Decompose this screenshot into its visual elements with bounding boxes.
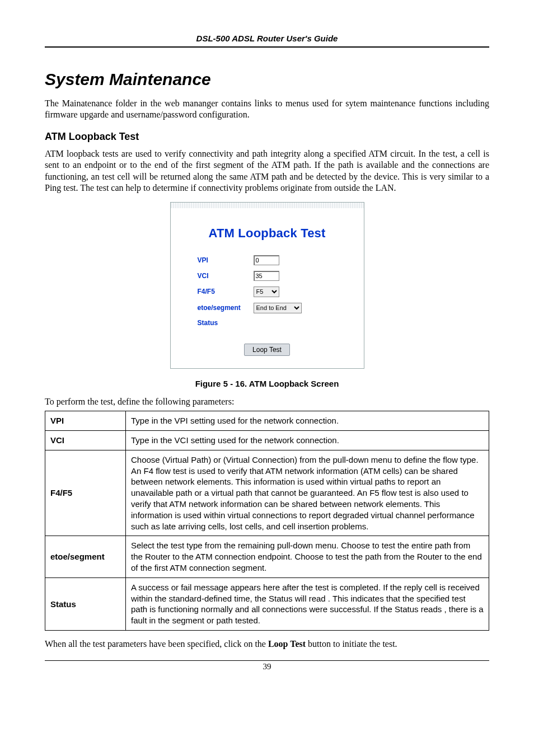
post-table-pre: When all the test parameters have been s… [45,639,268,649]
table-row: etoe/segment Select the test type from t… [45,536,489,577]
f4f5-select[interactable]: F5 [254,287,279,297]
vci-row: VCI [198,271,348,281]
post-table-bold: Loop Test [268,639,306,649]
etoe-key: etoe/segment [45,536,126,577]
vci-desc: Type in the VCI setting used for the net… [126,431,489,450]
status-label: Status [198,319,254,327]
footer-rule [45,660,489,661]
vci-input[interactable] [254,271,279,281]
subsection-paragraph: ATM loopback tests are used to verify co… [45,148,489,194]
button-row: Loop Test [186,344,348,356]
vci-key: VCI [45,431,126,450]
parameters-table: VPI Type in the VPI setting used for the… [45,411,489,631]
running-header: DSL-500 ADSL Router User's Guide [45,34,489,46]
vpi-label: VPI [198,256,254,264]
page-number: 39 [45,662,489,672]
vpi-key: VPI [45,411,126,431]
vpi-input[interactable] [254,255,279,265]
f4f5-key: F4/F5 [45,450,126,536]
atm-panel-container: ATM Loopback Test VPI VCI F4/F5 F5 et [45,202,489,369]
loop-test-button[interactable]: Loop Test [244,344,290,356]
f4f5-row: F4/F5 F5 [198,287,348,297]
table-row: VPI Type in the VPI setting used for the… [45,411,489,431]
post-table-post: button to initiate the test. [306,639,397,649]
vpi-row: VPI [198,255,348,265]
table-row: VCI Type in the VCI setting used for the… [45,431,489,450]
atm-loopback-panel: ATM Loopback Test VPI VCI F4/F5 F5 et [170,202,364,369]
status-desc: A success or fail message appears here a… [126,577,489,630]
vci-label: VCI [198,272,254,280]
panel-title: ATM Loopback Test [186,226,348,241]
page-title: System Maintenance [45,70,489,89]
panel-top-bar [171,203,364,208]
figure-caption: Figure 5 - 16. ATM Loopback Screen [45,379,489,388]
table-row: F4/F5 Choose (Virtual Path) or (Virtual … [45,450,489,536]
etoe-label: etoe/segment [198,304,254,312]
pre-table-text: To perform the test, define the followin… [45,396,489,407]
subsection-heading: ATM Loopback Test [45,131,489,143]
f4f5-label: F4/F5 [198,288,254,295]
etoe-select[interactable]: End to End [254,303,302,313]
etoe-row: etoe/segment End to End [198,303,348,313]
page-footer: 39 [45,660,489,672]
table-row: Status A success or fail message appears… [45,577,489,630]
etoe-desc: Select the test type from the remaining … [126,536,489,577]
status-row: Status [198,319,348,327]
header-rule [45,46,489,48]
post-table-text: When all the test parameters have been s… [45,638,489,650]
vpi-desc: Type in the VPI setting used for the net… [126,411,489,431]
f4f5-desc: Choose (Virtual Path) or (Virtual Connec… [126,450,489,536]
intro-paragraph: The Mainatenance folder in the web manan… [45,98,489,121]
status-key: Status [45,577,126,630]
